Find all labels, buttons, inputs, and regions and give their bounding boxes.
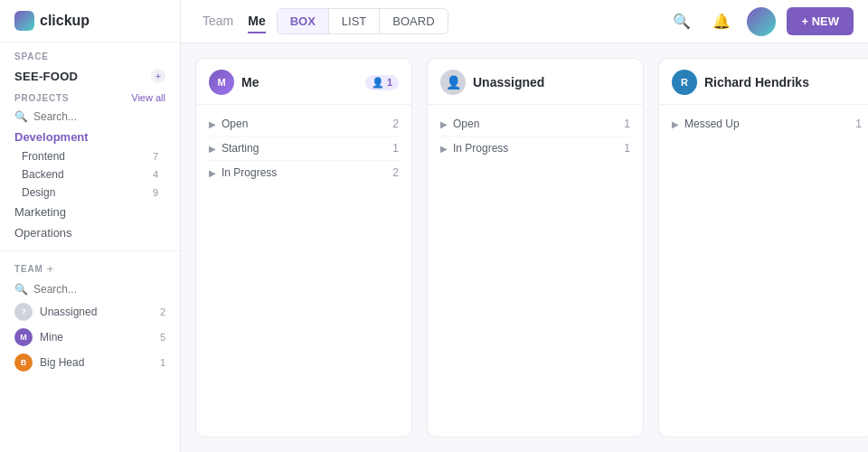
team-search-input[interactable]: [33, 283, 165, 296]
chevron-icon: ▶: [440, 119, 448, 129]
team-member-mine[interactable]: M Mine 5: [0, 325, 180, 350]
space-header: SEE-FOOD +: [0, 65, 180, 89]
status-left: ▶ In Progress: [440, 142, 508, 155]
board-area: M Me 👤 1 ▶ Open 2 ▶: [181, 43, 868, 452]
subitem-count: 4: [153, 169, 158, 180]
column-me: M Me 👤 1 ▶ Open 2 ▶: [195, 58, 412, 438]
subitem-count: 7: [153, 151, 158, 162]
search-icon: 🔍: [14, 110, 28, 123]
chevron-icon: ▶: [440, 144, 448, 154]
project-subitem-design[interactable]: Design 9: [0, 184, 180, 202]
tab-team[interactable]: Team: [203, 10, 233, 33]
status-open[interactable]: ▶ Open 2: [209, 112, 399, 137]
status-count: 1: [392, 142, 399, 155]
member-name: Big Head: [40, 356, 84, 369]
status-open[interactable]: ▶ Open 1: [440, 112, 630, 137]
view-tab-group: BOX LIST BOARD: [277, 8, 448, 34]
projects-search-input[interactable]: [33, 110, 165, 123]
space-add-button[interactable]: +: [151, 69, 165, 83]
subitem-name: Frontend: [22, 150, 65, 163]
col-body-me: ▶ Open 2 ▶ Starting 1 ▶ In Progress: [196, 105, 411, 437]
project-marketing[interactable]: Marketing: [0, 202, 180, 222]
project-operations[interactable]: Operations: [0, 222, 180, 243]
col-name-me: Me: [241, 75, 259, 89]
status-count: 2: [392, 166, 399, 179]
new-button[interactable]: + NEW: [787, 7, 854, 35]
status-starting[interactable]: ▶ Starting 1: [209, 137, 399, 161]
tab-box[interactable]: BOX: [278, 9, 329, 33]
member-avatar: M: [14, 328, 33, 346]
logo[interactable]: clickup: [14, 11, 90, 31]
chevron-icon: ▶: [209, 168, 216, 178]
subitem-name: Backend: [22, 168, 64, 181]
chevron-icon: ▶: [672, 119, 679, 129]
column-richard: R Richard Hendriks ▶ Messed Up 1: [658, 58, 868, 438]
member-info: ? Unassigned: [14, 303, 97, 321]
team-me-tabs: Team Me: [195, 10, 266, 33]
col-name: Richard Hendriks: [704, 75, 809, 89]
col-user-me: M Me: [209, 70, 259, 95]
sidebar: clickup SPACE SEE-FOOD + PROJECTS View a…: [0, 0, 181, 452]
logo-icon: [14, 11, 34, 31]
project-subitem-frontend[interactable]: Frontend 7: [0, 147, 180, 165]
chevron-icon: ▶: [209, 144, 216, 154]
view-all-button[interactable]: View all: [131, 92, 165, 103]
project-development[interactable]: Development: [0, 127, 180, 147]
member-count: 2: [160, 306, 165, 317]
search-button[interactable]: 🔍: [667, 7, 696, 36]
status-left: ▶ Open: [440, 118, 479, 130]
space-label: SPACE: [0, 42, 180, 65]
status-label: Messed Up: [684, 118, 740, 130]
team-label: TEAM: [14, 264, 43, 274]
main-area: Team Me BOX LIST BOARD 🔍 🔔 + NEW M Me 👤 …: [181, 0, 868, 452]
status-in-progress[interactable]: ▶ In Progress 2: [209, 161, 399, 184]
col-body-unassigned: ▶ Open 1 ▶ In Progress 1: [428, 105, 643, 437]
team-member-unassigned[interactable]: ? Unassigned 2: [0, 299, 180, 325]
col-header-me: M Me 👤 1: [196, 59, 411, 105]
team-add-button[interactable]: +: [47, 262, 54, 276]
status-left: ▶ In Progress: [209, 166, 277, 179]
search-icon: 🔍: [14, 283, 28, 296]
team-search-box: 🔍: [0, 279, 180, 299]
subitem-name: Design: [22, 186, 55, 199]
tab-board[interactable]: BOARD: [380, 9, 447, 33]
status-label: Starting: [222, 142, 259, 155]
projects-label: PROJECTS: [14, 93, 69, 103]
status-label: In Progress: [222, 166, 277, 179]
project-name: Development: [14, 130, 89, 144]
col-header-unassigned: 👤 Unassigned: [428, 59, 643, 105]
space-name: SEE-FOOD: [14, 70, 78, 83]
team-section-header: TEAM +: [0, 259, 180, 279]
status-count: 1: [855, 118, 862, 130]
status-left: ▶ Starting: [209, 142, 259, 155]
status-in-progress[interactable]: ▶ In Progress 1: [440, 137, 630, 160]
column-unassigned: 👤 Unassigned ▶ Open 1 ▶ In Progress: [427, 58, 644, 438]
member-avatar: ?: [14, 303, 33, 321]
col-avatar-me: M: [209, 70, 234, 95]
badge-icon: 👤: [372, 77, 384, 89]
member-name: Mine: [40, 331, 63, 344]
project-name: Marketing: [14, 205, 66, 219]
status-left: ▶ Messed Up: [672, 118, 740, 130]
col-avatar: R: [672, 70, 697, 95]
member-name: Unassigned: [40, 306, 97, 318]
team-member-bighead[interactable]: B Big Head 1: [0, 350, 180, 375]
status-label: Open: [222, 118, 248, 130]
member-avatar: B: [14, 353, 33, 372]
top-nav: Team Me BOX LIST BOARD 🔍 🔔 + NEW: [181, 0, 868, 43]
projects-header: PROJECTS View all: [0, 89, 180, 107]
tab-me[interactable]: Me: [248, 10, 265, 33]
member-info: B Big Head: [14, 353, 84, 372]
status-count: 1: [624, 142, 630, 155]
projects-search-box: 🔍: [0, 107, 180, 127]
tab-list[interactable]: LIST: [329, 9, 380, 33]
col-badge-me: 👤 1: [365, 75, 399, 90]
project-subitem-backend[interactable]: Backend 4: [0, 165, 180, 184]
user-avatar-button[interactable]: [747, 7, 776, 36]
notifications-button[interactable]: 🔔: [707, 7, 736, 36]
status-count: 2: [392, 118, 399, 130]
status-messed-up[interactable]: ▶ Messed Up 1: [672, 112, 862, 136]
status-label: In Progress: [453, 142, 508, 155]
badge-count: 1: [387, 77, 392, 88]
member-count: 5: [160, 332, 165, 343]
